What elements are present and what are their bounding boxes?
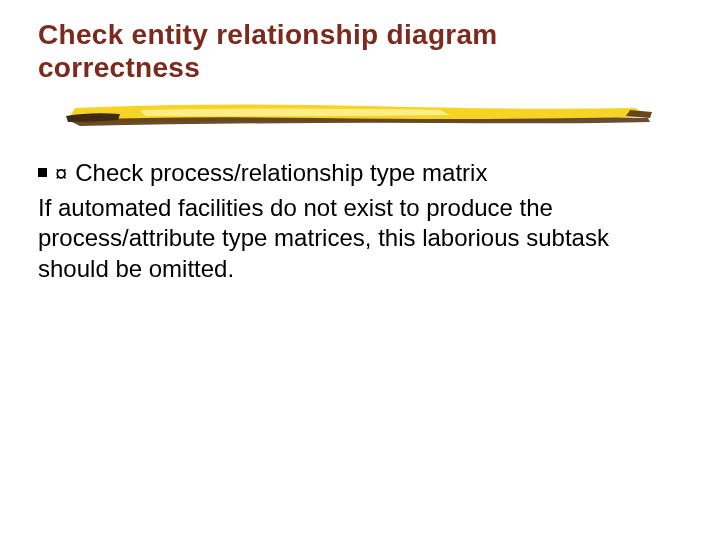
slide: Check entity relationship diagram correc… xyxy=(0,0,720,540)
bullet-text: Check process/relationship type matrix xyxy=(75,158,658,189)
bullet-item: ¤ Check process/relationship type matrix xyxy=(38,158,658,189)
square-bullet-icon xyxy=(38,168,47,177)
slide-title: Check entity relationship diagram correc… xyxy=(38,18,658,84)
divider-brushstroke xyxy=(20,102,655,130)
body-text: ¤ Check process/relationship type matrix… xyxy=(38,158,658,285)
currency-bullet-icon: ¤ xyxy=(55,159,67,189)
paragraph-text: If automated facilities do not exist to … xyxy=(38,193,658,285)
